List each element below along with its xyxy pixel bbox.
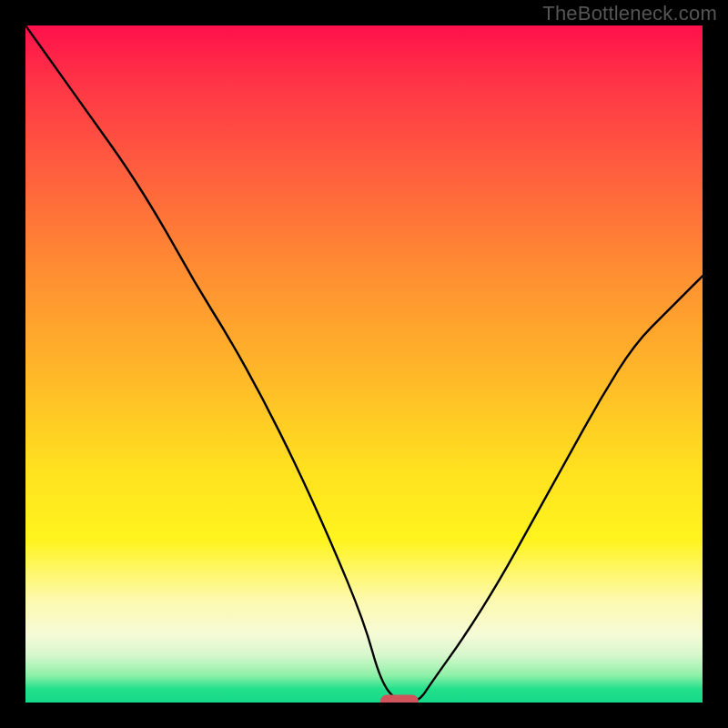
optimum-marker: [380, 695, 419, 703]
bottleneck-curve: [25, 25, 703, 703]
chart-frame: TheBottleneck.com: [0, 0, 728, 728]
watermark-text: TheBottleneck.com: [542, 2, 717, 25]
plot-area: [25, 25, 703, 703]
